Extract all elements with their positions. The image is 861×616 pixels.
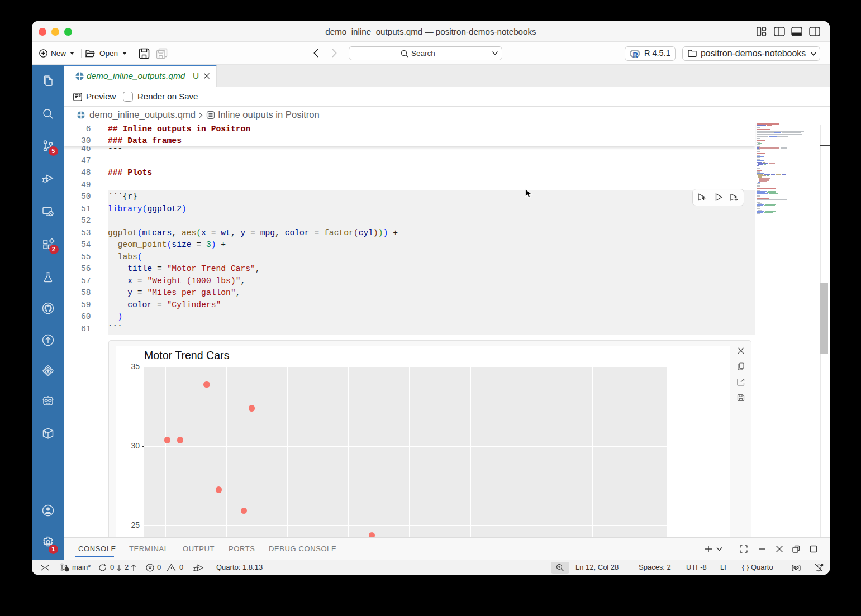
svg-text:R: R bbox=[632, 51, 638, 59]
svg-text:*: * bbox=[65, 567, 68, 572]
